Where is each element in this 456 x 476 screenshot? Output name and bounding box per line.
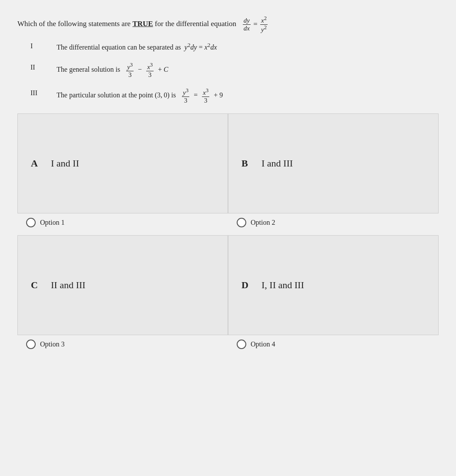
statement-II-num: II [30, 62, 57, 73]
statements-list: I The differential equation can be separ… [17, 41, 439, 104]
statement-III: III The particular solution at the point… [30, 88, 439, 104]
y3-part-frac: y3 3 [182, 88, 189, 104]
radio-row-1: Option 1 Option 2 [17, 213, 439, 232]
statement-I-num: I [30, 41, 57, 51]
statement-II: II The general solution is y3 3 − x3 3 +… [30, 62, 439, 78]
options-bottom-grid: C II and III D I, II and III [17, 235, 439, 335]
option-4-radio[interactable] [237, 340, 246, 349]
options-top-grid: A I and II B I and III [17, 113, 439, 213]
option-A-text: I and II [51, 158, 79, 169]
option-4-label: Option 4 [251, 340, 275, 348]
option-D-letter: D [241, 280, 254, 291]
statement-I: I The differential equation can be separ… [30, 41, 439, 53]
option-D-text: I, II and III [262, 280, 304, 291]
option-B-text: I and III [262, 158, 293, 169]
question-area: Which of the following statements are TR… [9, 9, 447, 358]
radio-row-2: Option 3 Option 4 [17, 335, 439, 353]
option-B-cell[interactable]: B I and III [228, 113, 439, 213]
dy-dx-fraction: dy dx [243, 17, 251, 32]
option-3-radio-row[interactable]: Option 3 [17, 335, 228, 353]
x3-part-frac: x3 3 [202, 88, 209, 104]
option-C-text: II and III [51, 280, 85, 291]
statement-I-text: The differential equation can be separat… [57, 41, 439, 53]
equation: dy dx = x2 y2 [242, 16, 268, 33]
y3-frac: y3 3 [126, 62, 134, 78]
option-C-letter: C [31, 280, 43, 291]
statement-III-num: III [30, 88, 57, 98]
option-A-cell[interactable]: A I and II [17, 113, 228, 213]
option-3-label: Option 3 [40, 340, 64, 348]
option-D-label-row: D I, II and III [241, 280, 304, 291]
option-B-label-row: B I and III [241, 158, 293, 169]
question-post: for the differential equation [153, 20, 240, 28]
option-4-radio-row[interactable]: Option 4 [228, 335, 439, 353]
question-true: TRUE [132, 20, 153, 28]
statement-II-text: The general solution is y3 3 − x3 3 + C [57, 62, 439, 78]
option-C-cell[interactable]: C II and III [17, 235, 228, 335]
option-2-label: Option 2 [251, 219, 275, 226]
question-text: Which of the following statements are TR… [17, 16, 439, 33]
option-A-letter: A [31, 158, 43, 169]
question-pre: Which of the following statements are [17, 20, 132, 28]
statement-III-text: The particular solution at the point (3,… [57, 88, 439, 104]
option-C-label-row: C II and III [31, 280, 85, 291]
option-1-label: Option 1 [40, 219, 64, 226]
x3-frac: x3 3 [146, 62, 154, 78]
option-1-radio[interactable] [26, 218, 36, 227]
option-2-radio-row[interactable]: Option 2 [228, 213, 439, 232]
option-D-cell[interactable]: D I, II and III [228, 235, 439, 335]
option-1-radio-row[interactable]: Option 1 [17, 213, 228, 232]
option-A-label-row: A I and II [31, 158, 79, 169]
option-2-radio[interactable] [237, 218, 246, 227]
x2-y2-fraction: x2 y2 [260, 16, 268, 33]
option-3-radio[interactable] [26, 340, 36, 349]
option-B-letter: B [241, 158, 254, 169]
